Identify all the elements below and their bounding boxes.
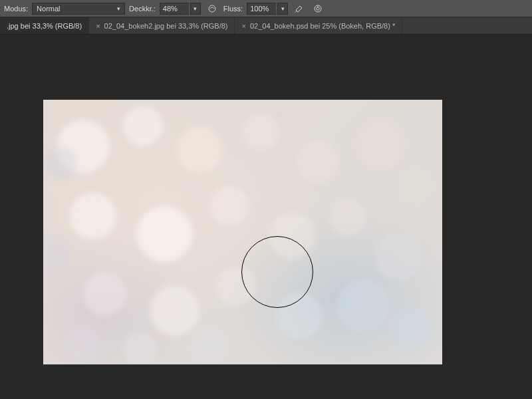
tool-options-bar: Modus: Normal ▾ Deckkr.: 48% ▾ Fluss: 10… — [0, 0, 532, 17]
bokeh-dot — [63, 326, 100, 362]
bokeh-dot — [190, 326, 229, 364]
tab-label: .jpg bei 33,3% (RGB/8) — [7, 22, 82, 30]
chevron-down-icon: ▾ — [281, 5, 285, 12]
bokeh-dot — [123, 332, 156, 364]
mode-value: Normal — [37, 5, 60, 13]
canvas[interactable] — [43, 100, 442, 364]
bokeh-dot — [216, 266, 256, 306]
flow-preset-dropdown[interactable]: ▾ — [277, 3, 288, 15]
bokeh-dot — [70, 193, 116, 239]
bokeh-dot — [356, 120, 406, 170]
bokeh-dot — [123, 106, 163, 146]
chevron-down-icon: ▾ — [194, 5, 197, 12]
bokeh-dot — [396, 166, 436, 206]
pressure-opacity-icon[interactable] — [205, 3, 219, 15]
svg-point-0 — [209, 5, 215, 12]
tab-doc-2[interactable]: × 02_04_bokeh2.jpg bei 33,3% (RGB/8) — [89, 17, 235, 34]
svg-point-2 — [295, 11, 296, 12]
airbrush-icon[interactable] — [292, 3, 307, 15]
document-tab-bar: .jpg bei 33,3% (RGB/8) × 02_04_bokeh2.jp… — [0, 17, 532, 35]
bokeh-dot — [269, 213, 316, 259]
mode-dropdown[interactable]: Normal ▾ — [32, 3, 125, 15]
pressure-size-icon[interactable] — [311, 3, 325, 15]
opacity-preset-dropdown[interactable]: ▾ — [190, 3, 201, 15]
bokeh-dot — [243, 113, 279, 150]
bokeh-dot — [389, 306, 432, 349]
close-icon[interactable]: × — [96, 22, 100, 30]
bokeh-dot — [176, 126, 223, 173]
close-icon[interactable]: × — [241, 22, 245, 30]
bokeh-dot — [376, 233, 422, 279]
flow-label: Fluss: — [223, 5, 243, 13]
workspace — [0, 35, 532, 399]
bokeh-dot — [209, 186, 249, 226]
flow-input[interactable]: 100% — [247, 3, 276, 15]
bokeh-dot — [136, 206, 193, 263]
tab-label: 02_04_bokeh.psd bei 25% (Bokeh, RGB/8) * — [250, 22, 395, 30]
bokeh-dot — [296, 140, 339, 183]
tab-label: 02_04_bokeh2.jpg bei 33,3% (RGB/8) — [104, 22, 228, 30]
tab-doc-3[interactable]: × 02_04_bokeh.psd bei 25% (Bokeh, RGB/8)… — [235, 17, 402, 34]
bokeh-dot — [83, 273, 126, 316]
chevron-down-icon: ▾ — [117, 5, 120, 12]
opacity-label: Deckkr.: — [129, 5, 156, 13]
bokeh-dot — [150, 286, 200, 336]
opacity-input[interactable]: 48% — [160, 3, 189, 15]
svg-point-4 — [317, 7, 319, 9]
bokeh-dot — [43, 146, 76, 180]
mode-label: Modus: — [4, 5, 28, 13]
bokeh-dot — [336, 279, 389, 332]
svg-point-1 — [296, 11, 297, 12]
bokeh-dot — [276, 293, 323, 339]
bokeh-dot — [329, 200, 366, 236]
tab-doc-1[interactable]: .jpg bei 33,3% (RGB/8) — [0, 17, 89, 34]
